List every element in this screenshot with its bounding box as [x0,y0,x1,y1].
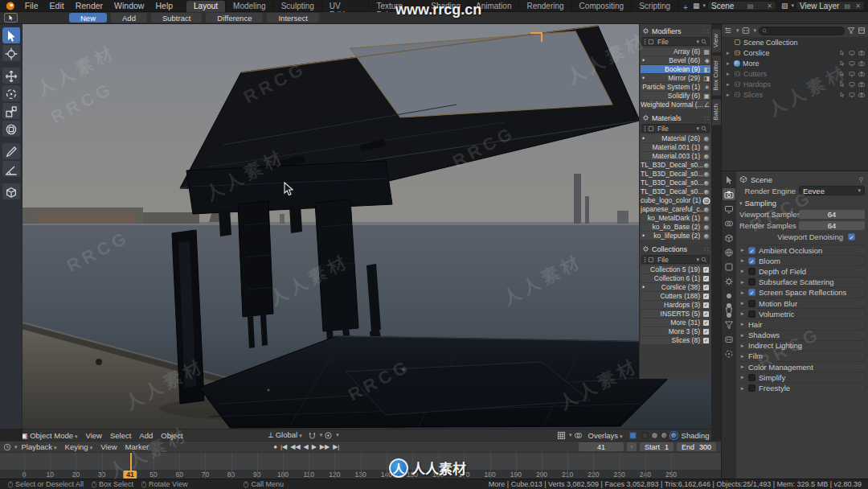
outliner-filter-icon[interactable] [847,27,855,35]
section-checkbox[interactable] [748,374,755,381]
tool-measure[interactable] [2,161,20,177]
blender-logo-icon[interactable] [5,1,16,11]
outliner-row-corslice[interactable]: ▸Corslice [722,47,868,58]
timeline-menu-keying[interactable]: Keying▾ [61,442,97,451]
boxcutter-new-button[interactable]: New [69,13,107,23]
restrict-viewport-icon[interactable] [849,50,855,56]
list-item[interactable]: Hardops (3)✓ [641,301,710,310]
list-item[interactable]: Weighted Normal (...∠ [641,101,710,109]
viewport-menu-add[interactable]: Add [135,431,157,440]
section-screen-space-reflections[interactable]: ▸✓Screen Space Reflections∷ [739,287,865,298]
workspace-tab-compositing[interactable]: Compositing [572,1,633,12]
restrict-render-icon[interactable] [858,81,865,88]
tool-add-cube[interactable] [2,183,20,199]
restrict-render-icon[interactable] [858,50,865,56]
viewport-menu-view[interactable]: View [82,431,106,440]
section-indirect-lighting[interactable]: ▸Indirect Lighting∷ [739,340,865,351]
restrict-viewport-icon[interactable] [849,92,855,98]
restrict-render-icon[interactable] [858,71,865,77]
npanel-header-materials[interactable]: Materials∷ [641,113,710,123]
section-hair[interactable]: ▸Hair∷ [739,318,865,329]
orientation-dropdown[interactable]: ⟂ Global▾ [264,430,306,440]
restrict-viewport-icon[interactable] [849,60,855,67]
list-item[interactable]: INSERTS (5)✓ [641,310,710,318]
timeline-ruler[interactable]: 0102030506070809010011012013014015016017… [0,453,721,479]
timeline-menu-view[interactable]: View [96,442,121,451]
sidebar-tab-batch[interactable]: Batch [712,99,721,125]
filter-row-collections[interactable]: File▾ [641,255,710,264]
xray-toggle-icon[interactable] [628,431,637,440]
outliner-row-slices[interactable]: ▸Slices [722,89,868,100]
search-icon[interactable] [701,39,707,45]
section-subsurface-scattering[interactable]: ▸Subsurface Scattering∷ [739,277,865,287]
disclosure-icon[interactable]: ▸ [727,71,731,77]
viewport-canvas[interactable]: ▾ ▣ Object Mode▾ View Select Add Object … [23,24,721,441]
filter-row-modifiers[interactable]: File▾ [641,37,710,46]
menu-help[interactable]: Help [149,1,178,10]
section-checkbox[interactable] [748,268,755,275]
workspace-tab-uv-editing[interactable]: UV Editing [322,1,370,12]
list-item[interactable]: Material.001 (1) [641,143,710,152]
restrict-select-icon[interactable] [839,92,845,98]
collection-checkbox[interactable]: ✓ [703,329,709,335]
list-item[interactable]: More (31)✓ [641,318,710,327]
list-item[interactable]: •Material (26) [641,134,710,143]
close-scene-icon[interactable]: ✕ [767,2,772,10]
outliner-row-cutters[interactable]: ▸Cutters [722,68,868,79]
new-layer-icon[interactable]: ▤ [845,2,851,10]
prop-tab-object-data[interactable] [723,333,735,345]
boxcutter-add-button[interactable]: Add [111,13,147,23]
list-item[interactable]: TL_B3D_Decal_s0... [641,179,710,187]
section-checkbox[interactable]: ✓ [748,289,755,296]
restrict-viewport-icon[interactable] [849,81,855,88]
prop-tab-particles[interactable] [723,290,735,302]
frame-end-field[interactable]: End300 [677,442,716,451]
outliner-row-scene-collection[interactable]: Scene Collection [722,37,868,47]
workspace-tab-animation[interactable]: Animation [469,1,519,12]
section-checkbox[interactable] [748,300,755,307]
new-scene-icon[interactable]: ▤ [747,2,754,10]
mode-dropdown[interactable]: ▣ Object Mode▾ [23,431,82,440]
section-shadows[interactable]: ▸Shadows∷ [739,330,865,340]
shading-rendered-button[interactable] [670,432,678,439]
play-button[interactable]: ▶ [312,443,317,450]
outliner-options-icon[interactable] [858,27,866,35]
section-depth-of-field[interactable]: ▸Depth of Field∷ [739,265,865,276]
timeline-menu-marker[interactable]: Marker [121,442,154,451]
menu-render[interactable]: Render [70,1,108,10]
section-simplify[interactable]: ▸Simplify∷ [739,372,865,382]
disclosure-icon[interactable]: ▸ [727,60,731,67]
menu-window[interactable]: Window [108,1,149,10]
list-item[interactable]: Material.003 (1) [641,152,710,161]
outliner-display-mode-icon[interactable] [742,27,750,35]
collection-checkbox[interactable]: ✓ [703,338,709,343]
menu-edit[interactable]: Edit [44,1,70,10]
section-checkbox[interactable]: ✓ [748,257,755,265]
list-item[interactable]: TL_B3D_Decal_s0... [641,161,710,170]
list-item[interactable]: TL_B3D_Decal_s0... [641,170,710,179]
prop-tab-modifiers[interactable] [723,275,735,287]
viewport-menu-select[interactable]: Select [106,431,135,440]
tool-move[interactable] [2,68,20,84]
tool-transform[interactable] [2,121,20,137]
list-item[interactable]: •Corslice (38)✓ [641,283,710,292]
section-volumetric[interactable]: ▸Volumetric∷ [739,308,865,318]
prop-tab-constraints[interactable] [723,318,735,331]
viewport-samples-field[interactable]: 64 [799,210,865,219]
restrict-select-icon[interactable] [839,81,845,88]
workspace-tab-modeling[interactable]: Modeling [226,1,274,12]
workspace-tab-texture-paint[interactable]: Texture Paint [369,1,424,12]
workspace-tab-rendering[interactable]: Rendering [519,1,571,12]
shading-material-button[interactable] [661,432,668,439]
collection-checkbox[interactable]: ✓ [703,267,709,273]
prop-tab-view-layer[interactable] [723,217,735,229]
shading-solid-button[interactable] [651,432,658,439]
workspace-tab-scripting[interactable]: Scripting [632,1,678,12]
collection-checkbox[interactable]: ✓ [703,320,709,326]
prop-tab-object[interactable] [723,261,735,273]
prop-tab-physics[interactable] [723,304,735,316]
collection-checkbox[interactable]: ✓ [703,302,709,308]
restrict-render-icon[interactable] [858,92,865,98]
current-frame-field[interactable]: 41 [579,442,624,451]
list-item[interactable]: •ko_lifepulse (2) [641,232,710,240]
